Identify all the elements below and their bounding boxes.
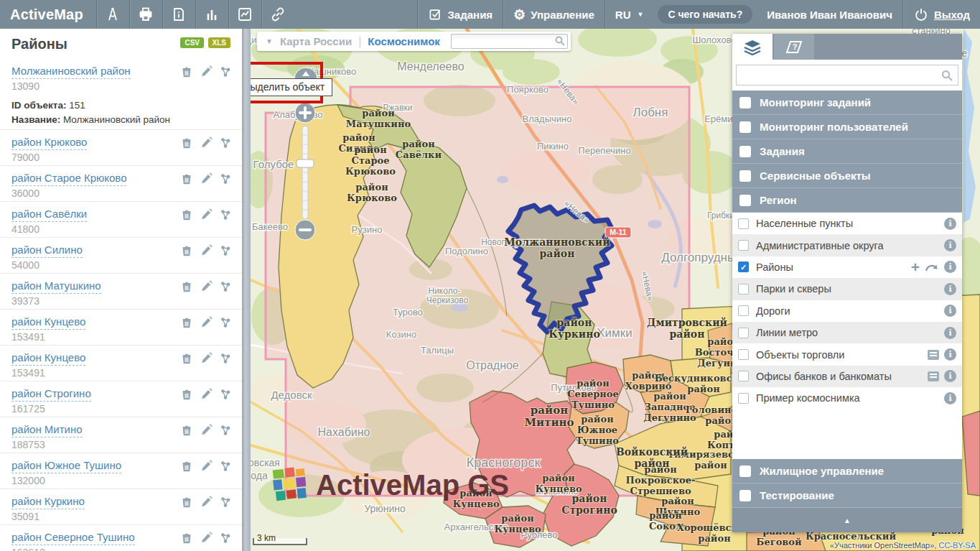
district-link[interactable]: район Строгино <box>11 386 91 402</box>
district-link[interactable]: район Старое Крюково <box>11 171 126 186</box>
select-object-icon[interactable] <box>219 280 232 293</box>
district-link[interactable]: район Матушкино <box>11 279 101 294</box>
group-checkbox[interactable] <box>739 466 751 477</box>
select-object-icon[interactable] <box>219 496 232 509</box>
district-link[interactable]: район Кунцево <box>11 315 85 330</box>
info-icon[interactable]: i <box>944 305 956 317</box>
select-object-icon[interactable] <box>219 352 232 365</box>
base-layer-satellite-button[interactable]: Космоснимок <box>368 35 440 47</box>
layer-row[interactable]: Административные округаi <box>732 234 962 256</box>
attribute-table-icon[interactable] <box>928 350 939 360</box>
charts-button[interactable] <box>229 0 261 29</box>
collapse-header-icon[interactable]: ▼ <box>257 37 280 45</box>
select-object-icon[interactable] <box>219 316 232 329</box>
layer-row[interactable]: Офисы банков и банкоматыi <box>732 366 962 387</box>
layer-group[interactable]: Регион <box>732 188 962 213</box>
links-button[interactable] <box>262 0 294 29</box>
layers-search-input[interactable] <box>736 65 958 85</box>
group-checkbox[interactable] <box>739 121 751 133</box>
layer-checkbox[interactable]: ✓ <box>738 261 749 272</box>
logout-button[interactable]: Выход <box>903 0 980 29</box>
delete-icon[interactable] <box>180 532 193 545</box>
measure-tool-button[interactable] <box>97 0 129 29</box>
layer-checkbox[interactable] <box>738 240 749 251</box>
info-icon[interactable]: i <box>944 370 956 382</box>
delete-icon[interactable] <box>180 388 193 401</box>
layer-checkbox[interactable] <box>738 393 749 404</box>
layer-group[interactable]: Мониторинг пользователей <box>732 115 962 139</box>
reports-button[interactable] <box>163 0 195 29</box>
layers-tab[interactable] <box>732 34 773 60</box>
add-object-icon[interactable]: + <box>911 261 920 273</box>
layer-group[interactable]: Жилищное управление <box>732 459 962 483</box>
edit-icon[interactable] <box>200 424 213 437</box>
edit-icon[interactable] <box>200 352 213 365</box>
edit-icon[interactable] <box>200 172 213 185</box>
edit-icon[interactable] <box>200 208 213 221</box>
layer-group[interactable]: Задания <box>732 139 962 164</box>
language-dropdown[interactable]: RU▼ <box>605 0 654 29</box>
select-object-icon[interactable] <box>219 244 232 257</box>
layer-group[interactable]: Сервисные объекты <box>732 164 962 188</box>
edit-icon[interactable] <box>200 532 213 545</box>
district-link[interactable]: район Северное Тушино <box>11 530 135 545</box>
zoom-out-button[interactable] <box>295 220 315 240</box>
collapse-panel-button[interactable]: ▲ <box>732 508 962 532</box>
group-checkbox[interactable] <box>739 195 751 206</box>
management-button[interactable]: ⚙ Управление <box>503 0 605 29</box>
delete-icon[interactable] <box>180 136 193 149</box>
layer-checkbox[interactable] <box>738 328 749 338</box>
edit-icon[interactable] <box>200 136 213 149</box>
district-link[interactable]: район Кунцево <box>11 351 85 366</box>
district-link[interactable]: район Силино <box>11 243 83 258</box>
select-object-icon[interactable] <box>219 460 232 473</box>
layer-checkbox[interactable] <box>738 305 749 316</box>
base-layer-map-button[interactable]: Карта России <box>280 35 352 47</box>
user-name[interactable]: Иванов Иван Иванович <box>757 9 902 21</box>
layer-row[interactable]: Населенные пунктыi <box>732 213 962 234</box>
layer-row[interactable]: Дорогиi <box>732 300 962 322</box>
info-icon[interactable]: i <box>944 327 956 339</box>
info-icon[interactable]: i <box>944 392 956 404</box>
edit-icon[interactable] <box>200 496 213 509</box>
group-checkbox[interactable] <box>739 146 751 157</box>
export-csv-button[interactable]: CSV <box>180 37 204 48</box>
statistics-button[interactable] <box>196 0 228 29</box>
edit-icon[interactable] <box>200 388 213 401</box>
layer-checkbox[interactable] <box>738 284 749 295</box>
layer-checkbox[interactable] <box>738 218 749 229</box>
select-object-icon[interactable] <box>219 65 232 78</box>
edit-icon[interactable] <box>200 280 213 293</box>
delete-icon[interactable] <box>180 244 193 257</box>
district-link[interactable]: район Савёлки <box>11 207 87 222</box>
zoom-slider[interactable] <box>297 126 314 219</box>
edit-icon[interactable] <box>200 460 213 473</box>
info-icon[interactable]: i <box>944 283 956 295</box>
layer-row[interactable]: ✓Районы+i <box>732 256 962 278</box>
license-link[interactable]: CC-BY-SA <box>938 541 976 550</box>
delete-icon[interactable] <box>180 280 193 293</box>
zoom-slider-handle[interactable] <box>297 159 314 167</box>
delete-icon[interactable] <box>180 316 193 329</box>
edit-icon[interactable] <box>200 244 213 257</box>
group-checkbox[interactable] <box>739 97 751 108</box>
layer-row[interactable]: Парки и скверыi <box>732 278 962 300</box>
layer-group[interactable]: Мониторинг заданий <box>732 91 962 115</box>
map-search-input[interactable] <box>451 34 568 49</box>
delete-icon[interactable] <box>180 424 193 437</box>
zoom-in-button[interactable] <box>295 103 315 123</box>
info-icon[interactable]: i <box>944 261 956 273</box>
delete-icon[interactable] <box>180 172 193 185</box>
select-object-icon[interactable] <box>219 424 232 437</box>
app-logo[interactable]: ActiveMap <box>0 6 96 23</box>
delete-icon[interactable] <box>180 352 193 365</box>
info-icon[interactable]: i <box>944 218 956 230</box>
edit-icon[interactable] <box>200 316 213 329</box>
layer-row[interactable]: Линии метроi <box>732 322 962 343</box>
getting-started-button[interactable]: С чего начать? <box>658 5 752 24</box>
district-link[interactable]: Молжаниновский район <box>11 64 131 79</box>
export-xls-button[interactable]: XLS <box>208 37 230 48</box>
legend-help-tab[interactable]: ? <box>774 34 814 60</box>
district-link[interactable]: район Крюково <box>11 135 87 150</box>
attribute-table-icon[interactable] <box>928 371 939 381</box>
